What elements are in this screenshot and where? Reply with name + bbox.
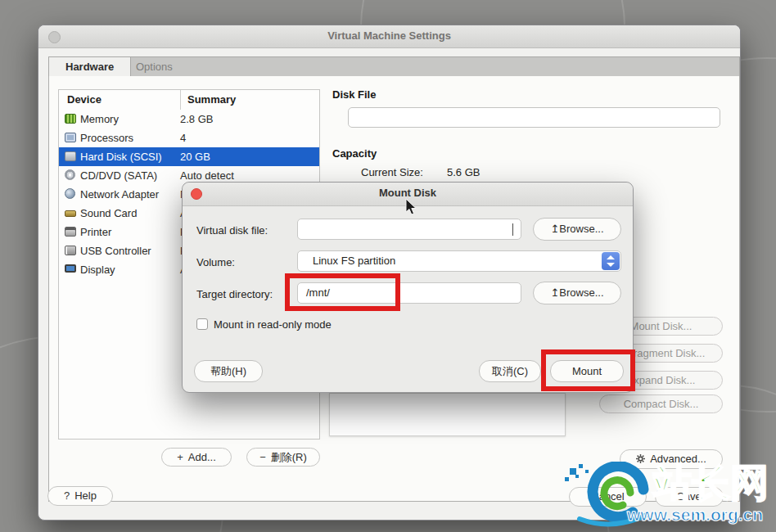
browse-virtual-disk-button[interactable]: ↥Browse... [533, 218, 621, 241]
volume-label: Volume: [196, 256, 235, 268]
help-button-label: Help [74, 489, 97, 502]
device-name: Display [80, 260, 115, 279]
question-icon: ? [64, 489, 70, 502]
device-table-header: Device Summary [59, 90, 319, 110]
add-button-label: Add... [188, 451, 216, 463]
virtual-disk-file-input[interactable] [297, 219, 521, 240]
cancel-button[interactable]: Cancel [569, 487, 647, 507]
dialog-cancel-button[interactable]: 取消(C) [479, 360, 541, 382]
sound-card-icon [65, 210, 76, 217]
help-button[interactable]: ?Help [47, 486, 113, 506]
device-column-header: Device [67, 90, 102, 110]
network-adapter-icon [65, 188, 75, 199]
advanced-button-label: Advanced... [650, 453, 706, 465]
add-button[interactable]: +Add... [161, 448, 232, 467]
device-name: Printer [80, 223, 111, 241]
dialog-help-button[interactable]: 帮助(H) [194, 360, 263, 382]
hard-disk-icon [65, 151, 76, 161]
plus-icon: + [177, 451, 183, 463]
virtual-disk-file-label: Virtual disk file: [196, 224, 268, 237]
readonly-checkbox[interactable] [196, 318, 208, 330]
device-name: Processors [80, 128, 133, 147]
text-caret [512, 223, 513, 236]
summary-column-header: Summary [180, 90, 236, 110]
cancel-button-label: Cancel [591, 490, 624, 503]
device-name: Hard Disk (SCSI) [80, 147, 162, 166]
device-name: Network Adapter [80, 185, 159, 204]
disk-info-panel [329, 393, 566, 436]
gear-icon [636, 453, 645, 465]
browse-button-label: Browse... [559, 223, 603, 235]
tab-strip: Hardware Options [48, 56, 740, 77]
browse-target-directory-button[interactable]: ↥Browse... [533, 282, 621, 304]
dialog-title: Mount Disk [183, 187, 633, 199]
usb-controller-icon [65, 246, 76, 255]
processors-icon [65, 133, 76, 142]
titlebar[interactable]: Virtual Machine Settings [38, 25, 740, 48]
target-directory-label: Target directory: [196, 288, 273, 300]
device-name: CD/DVD (SATA) [80, 166, 157, 185]
minus-icon: − [259, 451, 266, 463]
device-name: Memory [80, 110, 119, 128]
upload-icon: ↥ [550, 223, 559, 235]
table-row-memory[interactable]: Memory 2.8 GB [59, 110, 319, 128]
cd-dvd-icon [65, 169, 75, 180]
desktop: Virtual Machine Settings Hardware Option… [0, 0, 776, 532]
annotation-target-directory [285, 273, 400, 311]
save-button[interactable]: Save [655, 487, 724, 507]
window-title: Virtual Machine Settings [38, 29, 740, 42]
disk-file-input[interactable] [348, 107, 720, 128]
chevron-up-down-icon[interactable] [602, 252, 620, 270]
device-name: USB Controller [80, 241, 151, 260]
device-summary: 20 GB [180, 147, 210, 166]
advanced-button[interactable]: Advanced... [620, 449, 723, 469]
memory-icon [65, 114, 76, 124]
save-button-label: Save [677, 490, 702, 503]
disk-file-heading: Disk File [332, 88, 376, 101]
upload-icon: ↥ [550, 286, 559, 299]
device-summary: 2.8 GB [180, 110, 213, 128]
volume-selected-value: Linux FS partition [313, 255, 395, 267]
table-row-hard-disk[interactable]: Hard Disk (SCSI) 20 GB [59, 147, 319, 166]
printer-icon [65, 227, 76, 237]
compact-disk-button[interactable]: Compact Disk... [599, 394, 723, 413]
mouse-cursor-icon [405, 198, 417, 218]
browse-button-label: Browse... [559, 286, 603, 299]
annotation-mount-button [541, 349, 635, 391]
current-size-label: Current Size: [361, 166, 423, 178]
device-name: Sound Card [80, 204, 137, 223]
readonly-checkbox-label: Mount in read-only mode [214, 318, 332, 331]
remove-button-label: 删除(R) [271, 451, 307, 463]
tab-options[interactable]: Options [120, 57, 189, 76]
current-size-value: 5.6 GB [447, 166, 480, 178]
capacity-heading: Capacity [332, 147, 377, 160]
table-row-processors[interactable]: Processors 4 [59, 128, 319, 147]
volume-select[interactable]: Linux FS partition [297, 250, 621, 272]
remove-button[interactable]: −删除(R) [246, 448, 320, 467]
device-summary: 4 [180, 128, 186, 147]
display-icon [65, 264, 76, 273]
